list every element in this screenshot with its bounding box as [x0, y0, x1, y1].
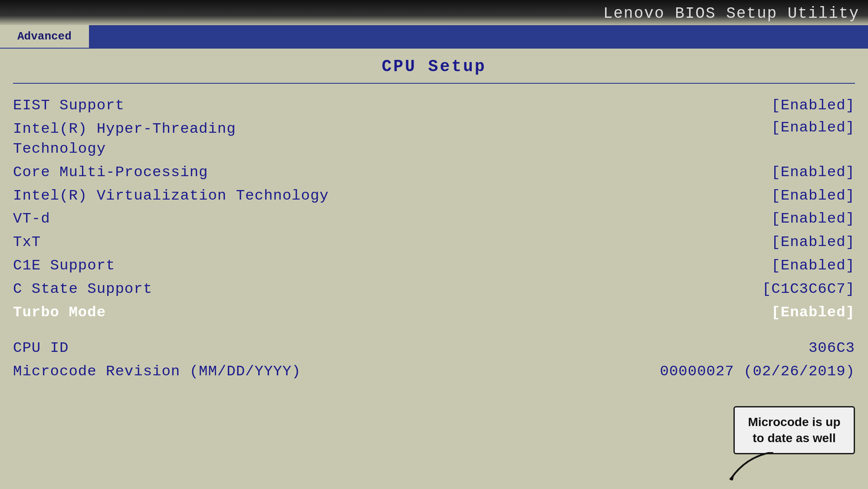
callout-box: Microcode is up to date as well	[733, 406, 855, 454]
setting-value-hyperthreading: [Enabled]	[771, 119, 855, 136]
setting-value-cpuid: 306C3	[809, 340, 855, 356]
setting-row-cpuid: CPU ID 306C3	[13, 338, 855, 358]
callout-tail-arrow	[729, 452, 781, 480]
tab-advanced[interactable]: Advanced	[0, 25, 89, 48]
setting-label-eist: EIST Support	[13, 96, 125, 116]
setting-label-hyperthreading: Intel(R) Hyper-ThreadingTechnology	[13, 119, 763, 159]
setting-value-microcode: 00000027 (02/26/2019)	[660, 363, 855, 380]
setting-row-cstate[interactable]: C State Support [C1C3C6C7]	[13, 279, 855, 299]
setting-label-coremulti: Core Multi-Processing	[13, 163, 208, 183]
nav-tabs-row: Advanced	[0, 25, 868, 48]
header-bar: Lenovo BIOS Setup Utility	[0, 0, 868, 25]
page-title: CPU Setup	[13, 57, 855, 76]
spacer-row	[13, 326, 855, 338]
svg-marker-0	[729, 474, 734, 480]
setting-row-c1e[interactable]: C1E Support [Enabled]	[13, 256, 855, 276]
setting-label-c1e: C1E Support	[13, 256, 115, 276]
setting-value-c1e: [Enabled]	[771, 257, 855, 274]
setting-value-txt: [Enabled]	[771, 234, 855, 250]
callout-text: Microcode is up to date as well	[748, 415, 840, 444]
setting-label-vtd: VT-d	[13, 209, 50, 229]
setting-value-cstate: [C1C3C6C7]	[762, 281, 855, 297]
main-content: CPU Setup EIST Support [Enabled] Intel(R…	[0, 49, 868, 489]
setting-row-eist[interactable]: EIST Support [Enabled]	[13, 96, 855, 116]
callout-container: Microcode is up to date as well	[733, 406, 855, 454]
header-title: Lenovo BIOS Setup Utility	[603, 5, 859, 23]
setting-label-virt: Intel(R) Virtualization Technology	[13, 186, 329, 206]
section-divider	[13, 83, 855, 84]
setting-row-coremulti[interactable]: Core Multi-Processing [Enabled]	[13, 163, 855, 183]
nav-tab-spacer	[89, 25, 868, 48]
setting-label-cstate: C State Support	[13, 279, 152, 299]
setting-label-txt: TxT	[13, 233, 41, 253]
setting-label-cpuid: CPU ID	[13, 338, 69, 358]
setting-row-hyperthreading[interactable]: Intel(R) Hyper-ThreadingTechnology [Enab…	[13, 119, 855, 159]
setting-row-vtd[interactable]: VT-d [Enabled]	[13, 209, 855, 229]
setting-row-turbo[interactable]: Turbo Mode [Enabled]	[13, 303, 855, 323]
setting-row-microcode: Microcode Revision (MM/DD/YYYY) 00000027…	[13, 362, 855, 382]
setting-row-virt[interactable]: Intel(R) Virtualization Technology [Enab…	[13, 186, 855, 206]
setting-value-coremulti: [Enabled]	[771, 164, 855, 181]
setting-value-vtd: [Enabled]	[771, 210, 855, 227]
setting-row-txt[interactable]: TxT [Enabled]	[13, 233, 855, 253]
setting-value-eist: [Enabled]	[771, 97, 855, 114]
setting-label-microcode: Microcode Revision (MM/DD/YYYY)	[13, 362, 301, 382]
setting-value-virt: [Enabled]	[771, 187, 855, 204]
setting-label-turbo: Turbo Mode	[13, 303, 106, 323]
setting-value-turbo: [Enabled]	[771, 304, 855, 321]
settings-table: EIST Support [Enabled] Intel(R) Hyper-Th…	[13, 96, 855, 382]
